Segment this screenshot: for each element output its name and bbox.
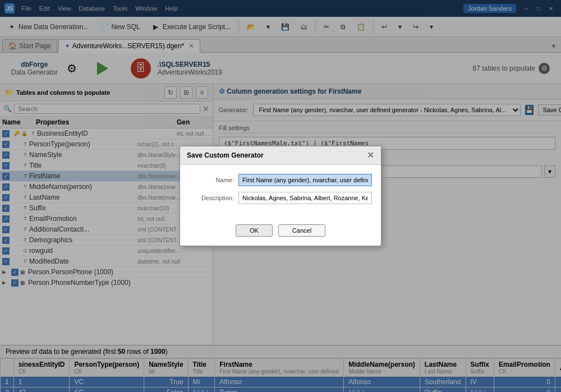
description-input[interactable] [238,192,372,204]
ok-button[interactable]: OK [236,224,273,237]
modal-overlay: Save Custom Generator ✕ Name: Descriptio… [0,0,561,392]
description-field-row: Description: [189,192,372,204]
save-custom-generator-modal: Save Custom Generator ✕ Name: Descriptio… [180,146,381,246]
name-input[interactable] [238,174,372,186]
modal-title: Save Custom Generator [187,151,264,159]
name-field-row: Name: [189,174,372,186]
description-label: Description: [189,195,234,201]
name-label: Name: [189,177,234,183]
modal-body: Name: Description: [180,165,381,219]
modal-close-button[interactable]: ✕ [367,151,374,160]
modal-titlebar: Save Custom Generator ✕ [180,146,381,165]
modal-footer: OK Cancel [180,219,381,246]
cancel-button[interactable]: Cancel [278,224,325,237]
